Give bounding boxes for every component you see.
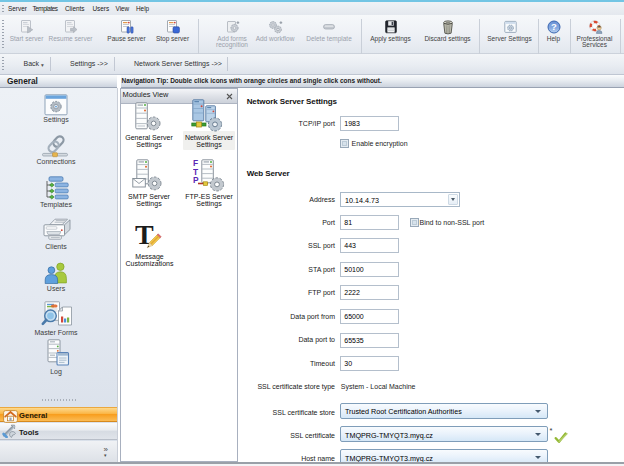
svg-text:?: ?	[551, 21, 557, 32]
